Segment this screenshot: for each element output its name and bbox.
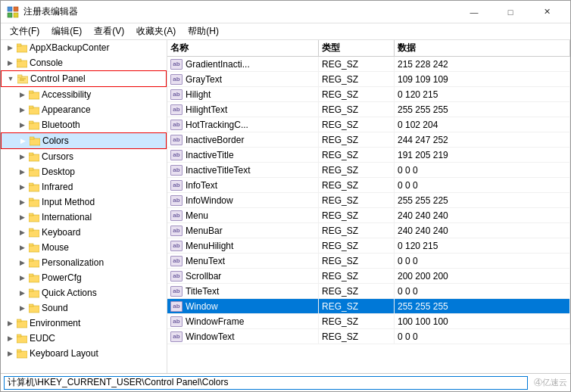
table-row[interactable]: abInactiveTitleREG_SZ191 205 219 xyxy=(167,148,570,163)
tree-item-inputmethod[interactable]: ▶ Input Method xyxy=(1,194,167,210)
menu-edit[interactable]: 编辑(E) xyxy=(45,23,88,39)
table-row[interactable]: abMenuHilightREG_SZ0 120 215 xyxy=(167,238,570,254)
folder-icon-appearance xyxy=(28,104,40,116)
table-row[interactable]: abScrollbarREG_SZ200 200 200 xyxy=(167,269,570,284)
table-row[interactable]: abTitleTextREG_SZ0 0 0 xyxy=(167,284,570,299)
svg-rect-12 xyxy=(29,92,39,99)
title-bar: 注册表编辑器 — □ ✕ xyxy=(1,1,570,23)
maximize-button[interactable]: □ xyxy=(493,1,528,23)
tree-item-bluetooth[interactable]: ▶ Bluetooth xyxy=(1,117,167,132)
tree-item-accessibility[interactable]: ▶ Accessibility xyxy=(1,87,167,102)
table-row[interactable]: abInactiveTitleTextREG_SZ0 0 0 xyxy=(167,163,570,178)
folder-icon-keyboard xyxy=(28,226,40,238)
svg-rect-6 xyxy=(17,61,27,67)
tree-item-appx[interactable]: ▶ AppXBackupConter xyxy=(1,40,167,55)
folder-icon-inputmethod xyxy=(28,196,40,208)
tree-item-international[interactable]: ▶ International xyxy=(1,210,167,225)
expand-desktop[interactable]: ▶ xyxy=(16,166,28,178)
cell-name: abInfoText xyxy=(167,178,319,192)
expand-appx[interactable]: ▶ xyxy=(4,42,16,54)
expand-keyboard[interactable]: ▶ xyxy=(16,226,28,238)
expand-colors[interactable]: ▶ xyxy=(17,135,29,147)
col-header-type: 类型 xyxy=(319,40,395,56)
expand-international[interactable]: ▶ xyxy=(16,211,28,223)
tree-item-eudc[interactable]: ▶ EUDC xyxy=(1,331,167,346)
svg-rect-8 xyxy=(17,76,28,83)
expand-keyboardlayout[interactable]: ▶ xyxy=(4,347,16,359)
table-row[interactable]: abWindowTextREG_SZ0 0 0 xyxy=(167,329,570,344)
table-row[interactable]: abGradientInacti...REG_SZ215 228 242 xyxy=(167,57,570,72)
cell-type: REG_SZ xyxy=(319,254,395,268)
svg-rect-5 xyxy=(17,44,21,46)
svg-rect-2 xyxy=(8,13,12,17)
reg-value-icon: ab xyxy=(170,150,183,160)
cell-name: abScrollbar xyxy=(167,269,319,283)
svg-rect-38 xyxy=(29,291,39,297)
tree-item-controlpanel[interactable]: ▼ Control Panel xyxy=(2,71,166,86)
tree-item-personalization[interactable]: ▶ Personalization xyxy=(1,255,167,270)
menu-view[interactable]: 查看(V) xyxy=(88,23,130,39)
expand-inputmethod[interactable]: ▶ xyxy=(16,196,28,208)
cell-type: REG_SZ xyxy=(319,178,395,192)
expand-quickactions[interactable]: ▶ xyxy=(16,287,28,299)
expand-eudc[interactable]: ▶ xyxy=(4,332,16,344)
tree-item-appearance[interactable]: ▶ Appearance xyxy=(1,102,167,117)
expand-infrared[interactable]: ▶ xyxy=(16,181,28,193)
table-row[interactable]: abWindowFrameREG_SZ100 100 100 xyxy=(167,314,570,329)
tree-item-infrared[interactable]: ▶ Infrared xyxy=(1,179,167,194)
tree-item-powercfg[interactable]: ▶ PowerCfg xyxy=(1,270,167,285)
svg-rect-27 xyxy=(29,198,33,201)
tree-item-console[interactable]: ▶ Console xyxy=(1,55,167,70)
expand-sound[interactable]: ▶ xyxy=(16,302,28,314)
expand-appearance[interactable]: ▶ xyxy=(16,104,28,116)
reg-value-icon: ab xyxy=(170,195,183,206)
reg-value-icon: ab xyxy=(170,241,183,251)
tree-item-sound[interactable]: ▶ Sound xyxy=(1,300,167,316)
table-row[interactable]: abMenuREG_SZ240 240 240 xyxy=(167,208,570,223)
col-header-data: 数据 xyxy=(395,40,570,56)
folder-icon-infrared xyxy=(28,181,40,193)
table-row[interactable]: abHotTrackingC...REG_SZ0 102 204 xyxy=(167,117,570,132)
table-row[interactable]: abHilightTextREG_SZ255 255 255 xyxy=(167,102,570,117)
menu-file[interactable]: 文件(F) xyxy=(4,23,45,39)
close-button[interactable]: ✕ xyxy=(529,1,564,23)
menu-help[interactable]: 帮助(H) xyxy=(182,23,225,39)
tree-item-quickactions[interactable]: ▶ Quick Actions xyxy=(1,285,167,300)
table-row[interactable]: abMenuTextREG_SZ0 0 0 xyxy=(167,254,570,269)
table-row[interactable]: abWindowREG_SZ255 255 255 xyxy=(167,299,570,314)
tree-item-desktop[interactable]: ▶ Desktop xyxy=(1,164,167,179)
expand-console[interactable]: ▶ xyxy=(4,57,16,69)
minimize-button[interactable]: — xyxy=(457,1,491,23)
expand-accessibility[interactable]: ▶ xyxy=(16,89,28,101)
table-row[interactable]: abHilightREG_SZ0 120 215 xyxy=(167,87,570,102)
tree-item-colors[interactable]: ▶ Colors xyxy=(2,133,166,148)
table-row[interactable]: abInfoTextREG_SZ0 0 0 xyxy=(167,178,570,193)
tree-item-keyboardlayout[interactable]: ▶ Keyboard Layout xyxy=(1,346,167,361)
expand-controlpanel[interactable]: ▼ xyxy=(5,73,17,85)
tree-item-keyboard[interactable]: ▶ Keyboard xyxy=(1,225,167,240)
expand-powercfg[interactable]: ▶ xyxy=(16,272,28,284)
content-area: ▶ AppXBackupConter ▶ Console ▼ xyxy=(1,40,570,373)
table-row[interactable]: abMenuBarREG_SZ240 240 240 xyxy=(167,223,570,238)
table-row[interactable]: abInfoWindowREG_SZ255 255 225 xyxy=(167,193,570,208)
tree-item-environment[interactable]: ▶ Environment xyxy=(1,316,167,331)
svg-rect-13 xyxy=(29,91,33,93)
svg-rect-21 xyxy=(29,153,33,155)
table-row[interactable]: abInactiveBorderREG_SZ244 247 252 xyxy=(167,132,570,148)
expand-environment[interactable]: ▶ xyxy=(4,317,16,329)
cell-name: abGradientInacti... xyxy=(167,57,319,71)
tree-item-cursors[interactable]: ▶ Cursors xyxy=(1,149,167,164)
expand-mouse[interactable]: ▶ xyxy=(16,241,28,254)
tree-label-environment: Environment xyxy=(30,318,80,328)
menu-favorites[interactable]: 收藏夹(A) xyxy=(130,23,182,39)
expand-personalization[interactable]: ▶ xyxy=(16,257,28,269)
table-row[interactable]: abGrayTextREG_SZ109 109 109 xyxy=(167,72,570,87)
expand-bluetooth[interactable]: ▶ xyxy=(16,119,28,131)
cell-data: 109 109 109 xyxy=(395,72,570,86)
expand-cursors[interactable]: ▶ xyxy=(16,151,28,163)
cell-name: abGrayText xyxy=(167,72,319,86)
svg-rect-32 xyxy=(29,245,39,252)
tree-label-appx: AppXBackupConter xyxy=(30,42,109,53)
tree-item-mouse[interactable]: ▶ Mouse xyxy=(1,240,167,255)
cell-type: REG_SZ xyxy=(319,269,395,283)
